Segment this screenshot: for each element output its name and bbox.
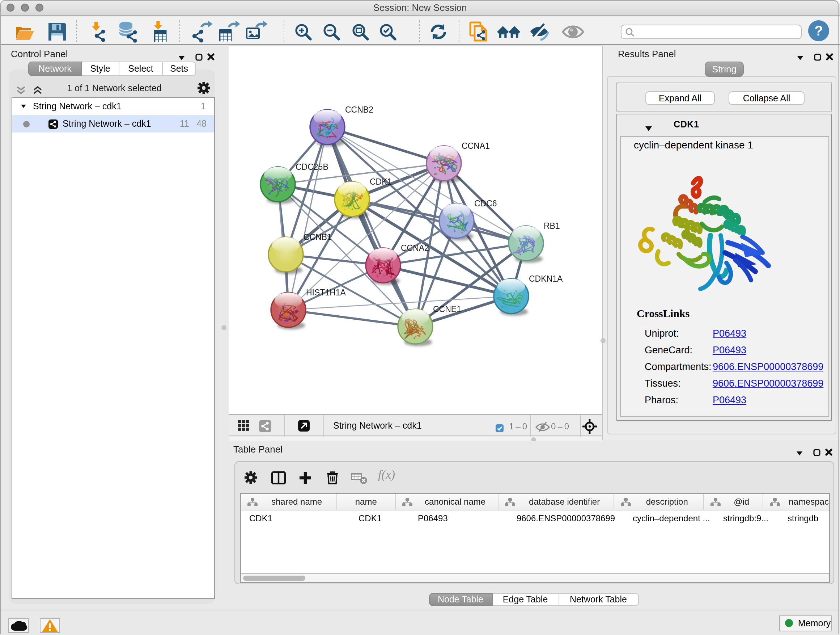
svg-text:CCNB2: CCNB2 bbox=[345, 105, 373, 114]
svg-text:CDC6: CDC6 bbox=[474, 199, 497, 208]
svg-text:CCNA1: CCNA1 bbox=[461, 141, 489, 150]
svg-text:CCNA2: CCNA2 bbox=[401, 243, 429, 253]
svg-text:CCNB1: CCNB1 bbox=[303, 233, 332, 242]
svg-text:CCNE1: CCNE1 bbox=[433, 304, 461, 314]
svg-text:RB1: RB1 bbox=[543, 221, 560, 231]
svg-text:CDKN1A: CDKN1A bbox=[529, 274, 562, 283]
svg-text:CDC25B: CDC25B bbox=[295, 162, 328, 172]
svg-text:?: ? bbox=[814, 23, 823, 38]
svg-text:CDK1: CDK1 bbox=[369, 177, 392, 187]
svg-text:HIST1H1A: HIST1H1A bbox=[306, 288, 346, 297]
